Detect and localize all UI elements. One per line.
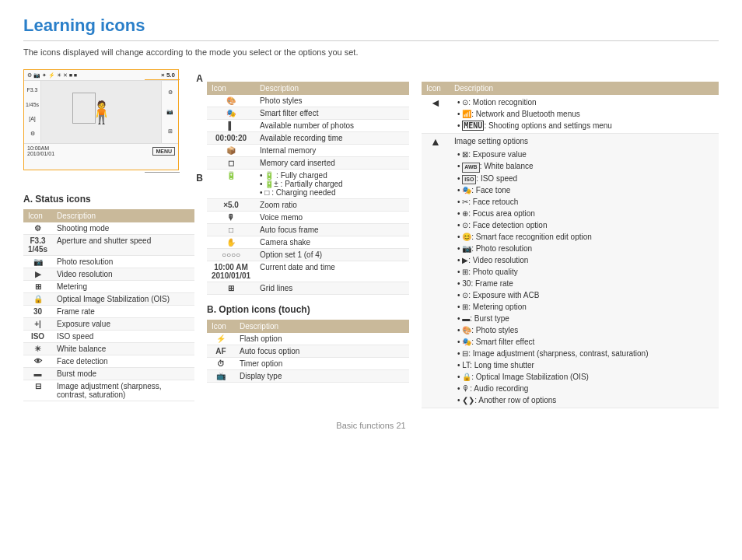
list-item: ⊠: Exposure value xyxy=(457,149,714,160)
icon-sym: ⊙ xyxy=(462,221,468,229)
table-row: ▲ Image setting options ⊠: Exposure valu… xyxy=(422,134,719,408)
table-row: ⚙ Shooting mode xyxy=(23,222,194,235)
table-row: 00:00:20 Available recording time xyxy=(207,132,409,145)
icon-sym: ⊞ xyxy=(462,268,468,276)
icon-cell: ⊞ xyxy=(23,281,52,293)
list-item: 🎭: Face tone xyxy=(457,184,714,196)
desc-cell: • 🔋 : Fully charged• 🔋± : Partially char… xyxy=(255,170,409,199)
status-icons-table: Icon Description ⚙ Shooting mode F3.3 1/… xyxy=(23,209,194,401)
status-col-desc: Description xyxy=(52,209,194,222)
icon-symbol: ▶ xyxy=(35,270,41,278)
table-row: ×5.0 Zoom ratio xyxy=(207,199,409,212)
cam-right-icons: ⚙ 📷 ⊞ xyxy=(161,81,178,143)
icon-sym: ⊙ xyxy=(462,291,468,299)
icon-sym: 📷 xyxy=(462,244,471,253)
icon-cell: ☀ xyxy=(23,343,52,355)
right-col-desc: Description xyxy=(450,82,719,95)
icon-symbol: 30 xyxy=(33,307,42,316)
icon-cell: 🔋 xyxy=(207,170,255,199)
table-row: 📦 Internal memory xyxy=(207,145,409,157)
table-row: 📷 Photo resolution xyxy=(23,256,194,268)
icon-cell: 📷 xyxy=(23,256,52,268)
desc-cell: Available number of photos xyxy=(255,120,409,132)
table-row: 🔋 • 🔋 : Fully charged• 🔋± : Partially ch… xyxy=(207,170,409,199)
table-row: ◻ Memory card inserted xyxy=(207,157,409,170)
left-panel: A ⚙ 📷 ✦ ⚡ ☀ ✕ ■ ■ × 5.0 F3.3 1/45s [A] ⚙… xyxy=(23,69,194,401)
icon-symbol: ISO xyxy=(31,332,44,341)
icon-cell: 🎙 xyxy=(207,212,255,224)
awb-icon: AWB xyxy=(462,163,479,173)
table-row: ☀ White balance xyxy=(23,343,194,355)
icon-cell: ⊟ xyxy=(23,380,52,401)
list-item: 🎭: Smart filter effect xyxy=(457,336,714,348)
desc-cell: Shooting mode xyxy=(52,222,194,235)
table-row: 🎨 Photo styles xyxy=(207,95,409,107)
icon-symbol: AF xyxy=(215,347,226,355)
right-panel: Icon Description ◄ ⊙: Motion recognition… xyxy=(422,69,719,408)
table-row: 📺 Display type xyxy=(207,370,409,383)
right-bullet-list-1: ⊙: Motion recognition 📶: Network and Blu… xyxy=(454,96,714,131)
table-row: 🎙 Voice memo xyxy=(207,212,409,224)
list-item: ISO: ISO speed xyxy=(457,173,714,185)
icon-symbol: F3.3 1/45s xyxy=(28,236,47,254)
list-item: ⊕: Focus area option xyxy=(457,208,714,219)
icon-cell: ⊞ xyxy=(207,282,255,295)
table-row: +| Exposure value xyxy=(23,318,194,331)
page-subtitle: The icons displayed will change accordin… xyxy=(23,47,719,57)
icon-symbol: ⚡ xyxy=(216,334,226,343)
list-item: ▶: Video resolution xyxy=(457,254,714,266)
icon-cell: ▬ xyxy=(23,368,52,380)
icon-symbol: ☀ xyxy=(34,345,41,353)
list-item: 📶: Network and Bluetooth menus xyxy=(457,108,714,120)
icon-symbol: 📷 xyxy=(33,257,43,266)
table-row: ✋ Camera shake xyxy=(207,236,409,249)
list-item: ▬: Burst type xyxy=(457,313,714,324)
icon-cell: 00:00:20 xyxy=(207,132,255,145)
icon-symbol: ⊟ xyxy=(35,382,41,390)
section-b-heading: B. Option icons (touch) xyxy=(207,304,409,315)
list-item: ⊙: Motion recognition xyxy=(457,96,714,108)
table-row: □ Auto focus frame xyxy=(207,224,409,236)
list-item: 📷: Photo resolution xyxy=(457,243,714,254)
icon-symbol: ▌ xyxy=(228,121,233,130)
icon-symbol: 🎙 xyxy=(227,213,235,222)
icon-symbol: ▬ xyxy=(34,369,42,378)
list-item: ⊙: Face detection option xyxy=(457,219,714,231)
iso-icon: ISO xyxy=(462,175,476,185)
icon-sym: 😊 xyxy=(462,233,471,241)
icon-sym: ▬ xyxy=(462,314,470,323)
status-col-icon: Icon xyxy=(23,209,52,222)
table-row: ▬ Burst mode xyxy=(23,368,194,380)
right-icons-table: Icon Description ◄ ⊙: Motion recognition… xyxy=(422,82,719,408)
icon-symbol: 👁 xyxy=(34,357,42,366)
icon-symbol: □ xyxy=(229,226,233,234)
mid-col-icon: Icon xyxy=(207,82,255,95)
camera-diagram-container: A ⚙ 📷 ✦ ⚡ ☀ ✕ ■ ■ × 5.0 F3.3 1/45s [A] ⚙… xyxy=(23,69,194,170)
icon-cell: ○○○○ xyxy=(207,249,255,261)
icon-cell: 30 xyxy=(23,306,52,318)
icon-symbol: ○○○○ xyxy=(222,250,240,259)
table-row: ⊞ Metering xyxy=(23,281,194,293)
desc-cell: Image adjustment (sharpness, contrast, s… xyxy=(52,380,194,401)
desc-cell: Grid lines xyxy=(255,282,409,295)
desc-cell: Aperture and shutter speed xyxy=(52,235,194,256)
table-row: 30 Frame rate xyxy=(23,306,194,318)
middle-panel: Icon Description 🎨 Photo styles 🎭 Smart … xyxy=(207,69,409,383)
desc-cell: Flash option xyxy=(235,333,409,345)
desc-cell: Smart filter effect xyxy=(255,107,409,120)
list-item: ✂: Face retouch xyxy=(457,196,714,208)
label-a: A xyxy=(196,73,203,84)
icon-symbol: 10:00 AM 2010/01/01 xyxy=(212,263,250,280)
desc-cell: Frame rate xyxy=(52,306,194,318)
cam-view: F3.3 1/45s [A] ⚙ 🧍 ⚙ 📷 ⊞ xyxy=(24,81,178,143)
desc-cell: Zoom ratio xyxy=(255,199,409,212)
cam-menu: MENU xyxy=(152,147,175,156)
list-item: 🎙: Audio recording xyxy=(457,383,714,394)
icon-symbol: 🎨 xyxy=(226,96,236,105)
desc-cell: Burst mode xyxy=(52,368,194,380)
table-row: 10:00 AM 2010/01/01 Current date and tim… xyxy=(207,261,409,282)
icon-cell: 👁 xyxy=(23,355,52,368)
desc-cell: ISO speed xyxy=(52,331,194,343)
icon-cell: 10:00 AM 2010/01/01 xyxy=(207,261,255,282)
icon-symbol: 📺 xyxy=(216,372,226,380)
